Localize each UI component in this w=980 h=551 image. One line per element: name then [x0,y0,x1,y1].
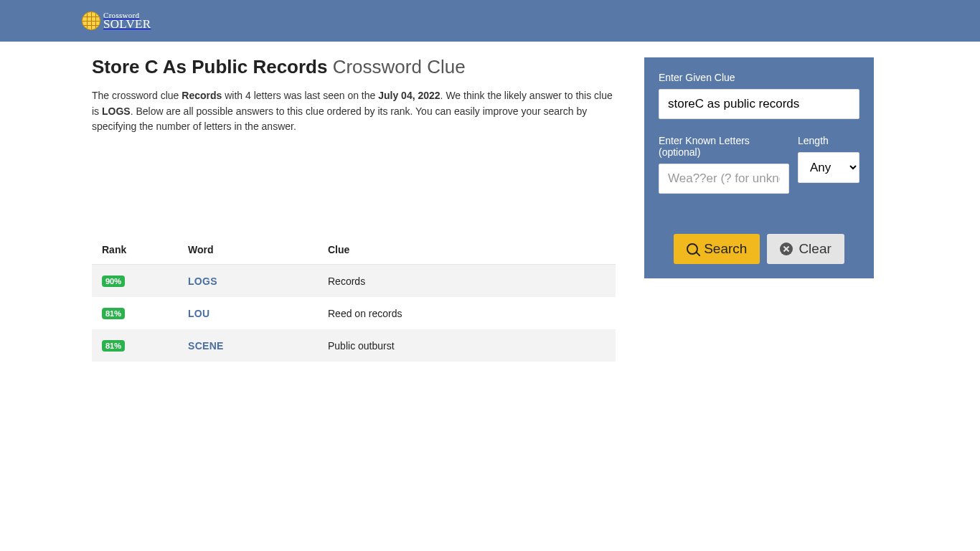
letters-label: Enter Known Letters (optional) [659,135,789,158]
page-title-suffix: Crossword Clue [333,56,466,77]
search-icon [687,243,698,255]
intro-text: The crossword clue Records with 4 letter… [92,88,616,135]
clue-cell: Public outburst [318,329,616,362]
logo-icon [82,11,100,30]
word-link[interactable]: LOU [188,308,209,319]
word-link[interactable]: SCENE [188,340,224,352]
logo-text: Crossword SOLVER [103,11,151,31]
logo-text-bottom: SOLVER [103,19,151,30]
search-button[interactable]: Search [674,234,760,264]
clear-button[interactable]: Clear [767,234,844,264]
clue-input[interactable] [659,89,859,119]
intro-date: July 04, 2022 [378,90,440,101]
page-title-main: Store C As Public Records [92,56,327,77]
clue-cell: Records [318,265,616,298]
rank-badge: 90% [102,276,125,287]
results-table: Rank Word Clue 90% LOGS Records 81% LOU … [92,235,616,362]
search-panel: Enter Given Clue Enter Known Letters (op… [644,57,874,278]
page-title: Store C As Public Records Crossword Clue [92,56,616,78]
col-header-clue: Clue [318,235,616,265]
search-button-label: Search [704,241,747,257]
table-row: 90% LOGS Records [92,265,616,298]
intro-prefix: The crossword clue [92,90,182,101]
col-header-rank: Rank [92,235,178,265]
intro-mid1: with 4 letters was last seen on the [222,90,378,101]
clue-cell: Reed on records [318,297,616,329]
rank-badge: 81% [102,308,125,319]
clear-icon [780,242,793,255]
site-header: Crossword SOLVER [0,0,980,42]
site-logo[interactable]: Crossword SOLVER [82,11,151,31]
length-label: Length [798,135,859,146]
intro-clue: Records [182,90,222,101]
table-row: 81% SCENE Public outburst [92,329,616,362]
main-content: Store C As Public Records Crossword Clue… [92,56,616,362]
intro-tail: . Below are all possible answers to this… [92,105,587,133]
letters-input[interactable] [659,164,789,194]
rank-badge: 81% [102,340,125,352]
clear-button-label: Clear [798,241,831,257]
table-row: 81% LOU Reed on records [92,297,616,329]
col-header-word: Word [178,235,318,265]
intro-answer: LOGS [102,105,131,117]
clue-label: Enter Given Clue [659,72,859,83]
word-link[interactable]: LOGS [188,276,217,287]
length-select[interactable]: Any [798,152,859,183]
